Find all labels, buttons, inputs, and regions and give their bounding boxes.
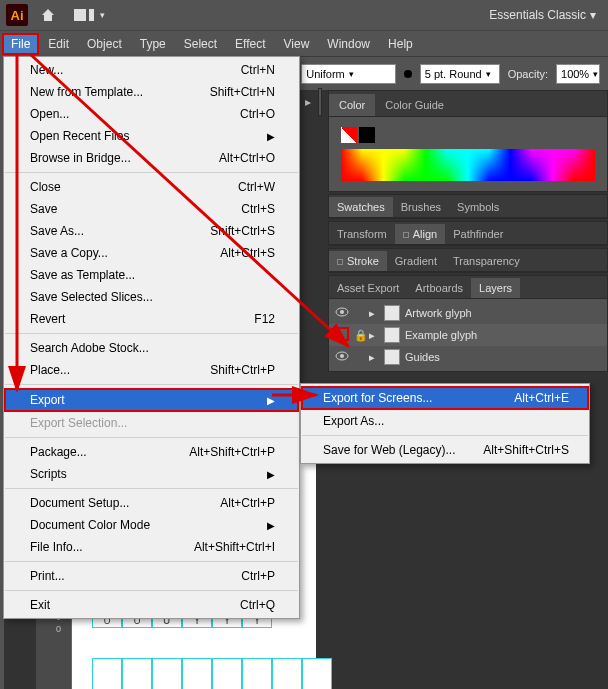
tab-gradient[interactable]: Gradient — [387, 251, 445, 271]
workspace-switcher[interactable]: Essentials Classic▾ — [489, 8, 602, 22]
menu-effect[interactable]: Effect — [226, 33, 274, 55]
stroke-profile-dropdown[interactable]: Uniform — [301, 64, 396, 84]
menuitem-export[interactable]: Export▶ — [4, 388, 299, 412]
glyph-cell[interactable]: â — [152, 658, 182, 689]
app-logo: Ai — [6, 4, 28, 26]
layer-thumb — [384, 349, 400, 365]
glyph-cell[interactable]: ă — [302, 658, 332, 689]
menuitem-print[interactable]: Print...Ctrl+P — [4, 565, 299, 587]
panel-divider[interactable] — [318, 88, 322, 116]
menuitem-label: Package... — [30, 445, 87, 459]
menu-type[interactable]: Type — [131, 33, 175, 55]
layer-row[interactable]: 🔒▸Example glyph — [329, 324, 607, 346]
file-menu-dropdown: New...Ctrl+NNew from Template...Shift+Ct… — [3, 56, 300, 619]
visibility-icon[interactable] — [335, 351, 349, 363]
disclosure-icon[interactable]: ▸ — [369, 351, 379, 364]
tab-color[interactable]: Color — [329, 94, 375, 116]
stroke-swatch[interactable] — [359, 127, 375, 143]
menuitem-label: Export — [30, 393, 65, 407]
menuitem-shortcut: Alt+Shift+Ctrl+P — [189, 445, 275, 459]
menuitem-new-from-template[interactable]: New from Template...Shift+Ctrl+N — [4, 81, 299, 103]
menuitem-place[interactable]: Place...Shift+Ctrl+P — [4, 359, 299, 381]
menuitem-exit[interactable]: ExitCtrl+Q — [4, 594, 299, 616]
glyph-cell[interactable]: ã — [212, 658, 242, 689]
tab-transparency[interactable]: Transparency — [445, 251, 528, 271]
menuitem-shortcut: Alt+Ctrl+P — [220, 496, 275, 510]
menuitem-document-color-mode[interactable]: Document Color Mode▶ — [4, 514, 299, 536]
menuitem-shortcut: Ctrl+S — [241, 202, 275, 216]
submenu-arrow-icon: ▶ — [267, 395, 275, 406]
tab-transform[interactable]: Transform — [329, 224, 395, 244]
menubar: File Edit Object Type Select Effect View… — [0, 30, 608, 56]
disclosure-icon[interactable]: ▸ — [369, 307, 379, 320]
tab-brushes[interactable]: Brushes — [393, 197, 449, 217]
fill-stroke-control[interactable] — [341, 127, 595, 143]
tab-stroke[interactable]: Stroke — [329, 251, 387, 271]
menuitem-file-info[interactable]: File Info...Alt+Shift+Ctrl+I — [4, 536, 299, 558]
menuitem-shortcut: Ctrl+P — [241, 569, 275, 583]
glyph-cell[interactable]: à — [122, 658, 152, 689]
glyph-cell[interactable]: á — [92, 658, 122, 689]
titlebar: Ai ▾ Essentials Classic▾ — [0, 0, 608, 30]
menuitem-save[interactable]: SaveCtrl+S — [4, 198, 299, 220]
menu-object[interactable]: Object — [78, 33, 131, 55]
menuitem-save-selected-slices[interactable]: Save Selected Slices... — [4, 286, 299, 308]
menu-edit[interactable]: Edit — [39, 33, 78, 55]
tab-artboards[interactable]: Artboards — [407, 278, 471, 298]
brush-dropdown[interactable]: 5 pt. Round — [420, 64, 500, 84]
menu-window[interactable]: Window — [318, 33, 379, 55]
layer-name: Example glyph — [405, 329, 477, 341]
menu-view[interactable]: View — [275, 33, 319, 55]
glyph-cell[interactable]: å — [242, 658, 272, 689]
visibility-icon[interactable] — [335, 307, 349, 319]
layout-switch[interactable]: ▾ — [74, 9, 105, 21]
submenuitem-save-for-web-legacy[interactable]: Save for Web (Legacy)...Alt+Shift+Ctrl+S — [301, 439, 589, 461]
menuitem-save-as-template[interactable]: Save as Template... — [4, 264, 299, 286]
opacity-dropdown[interactable]: 100% — [556, 64, 600, 84]
menuitem-browse-in-bridge[interactable]: Browse in Bridge...Alt+Ctrl+O — [4, 147, 299, 169]
tab-asset-export[interactable]: Asset Export — [329, 278, 407, 298]
disclosure-icon[interactable]: ▸ — [369, 329, 379, 342]
menuitem-package[interactable]: Package...Alt+Shift+Ctrl+P — [4, 441, 299, 463]
menu-file[interactable]: File — [2, 33, 39, 55]
menuitem-save-as[interactable]: Save As...Shift+Ctrl+S — [4, 220, 299, 242]
glyph-cell[interactable]: ä — [182, 658, 212, 689]
menuitem-search-adobe-stock[interactable]: Search Adobe Stock... — [4, 337, 299, 359]
glyph-cell[interactable]: ā — [272, 658, 302, 689]
submenu-arrow-icon: ▶ — [267, 469, 275, 480]
tab-pathfinder[interactable]: Pathfinder — [445, 224, 511, 244]
submenuitem-export-as[interactable]: Export As... — [301, 410, 589, 432]
menuitem-label: Save — [30, 202, 57, 216]
tab-align[interactable]: Align — [395, 224, 445, 244]
tab-swatches[interactable]: Swatches — [329, 197, 393, 217]
layer-thumb — [384, 327, 400, 343]
layer-row[interactable]: ▸Guides — [329, 346, 607, 368]
menuitem-label: New from Template... — [30, 85, 143, 99]
tab-layers[interactable]: Layers — [471, 278, 520, 298]
submenuitem-export-for-screens[interactable]: Export for Screens...Alt+Ctrl+E — [301, 386, 589, 410]
home-icon[interactable] — [36, 3, 60, 27]
menuitem-new[interactable]: New...Ctrl+N — [4, 59, 299, 81]
fill-swatch[interactable] — [341, 127, 357, 143]
tab-symbols[interactable]: Symbols — [449, 197, 507, 217]
menuitem-close[interactable]: CloseCtrl+W — [4, 176, 299, 198]
menuitem-open[interactable]: Open...Ctrl+O — [4, 103, 299, 125]
submenu-arrow-icon: ▶ — [267, 520, 275, 531]
menu-help[interactable]: Help — [379, 33, 422, 55]
visibility-icon[interactable] — [335, 327, 349, 343]
color-spectrum[interactable] — [341, 149, 595, 181]
menuitem-document-setup[interactable]: Document Setup...Alt+Ctrl+P — [4, 492, 299, 514]
menu-select[interactable]: Select — [175, 33, 226, 55]
menuitem-scripts[interactable]: Scripts▶ — [4, 463, 299, 485]
chevron-right-icon[interactable]: ▸ — [305, 95, 311, 109]
menuitem-shortcut: Alt+Ctrl+S — [220, 246, 275, 260]
submenuitem-label: Save for Web (Legacy)... — [323, 443, 456, 457]
layer-row[interactable]: ▸Artwork glyph — [329, 302, 607, 324]
menuitem-revert[interactable]: RevertF12 — [4, 308, 299, 330]
tab-color-guide[interactable]: Color Guide — [375, 94, 454, 116]
menuitem-save-a-copy[interactable]: Save a Copy...Alt+Ctrl+S — [4, 242, 299, 264]
menuitem-open-recent-files[interactable]: Open Recent Files▶ — [4, 125, 299, 147]
menuitem-shortcut: Ctrl+Q — [240, 598, 275, 612]
lock-icon[interactable]: 🔒 — [354, 329, 364, 342]
submenuitem-label: Export As... — [323, 414, 384, 428]
